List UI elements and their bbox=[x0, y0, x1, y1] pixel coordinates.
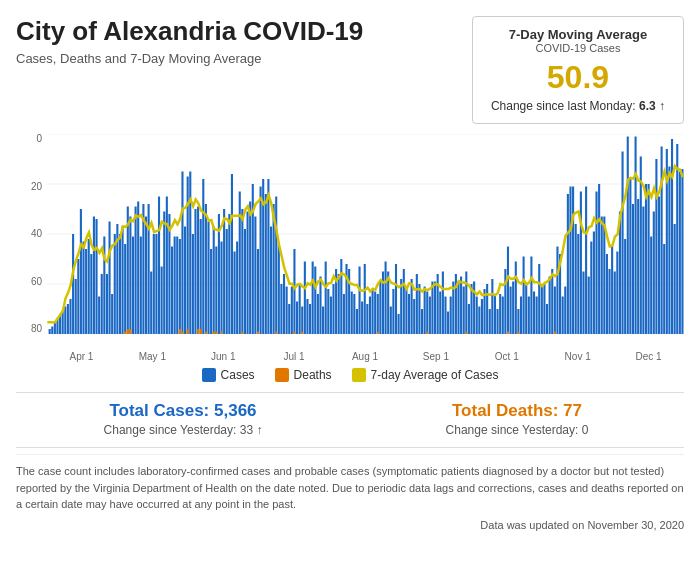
y-label-20: 20 bbox=[31, 182, 42, 192]
y-label-40: 40 bbox=[31, 229, 42, 239]
deaths-swatch bbox=[275, 368, 289, 382]
title-block: City of Alexandria COVID-19 Cases, Death… bbox=[16, 16, 363, 66]
footnote: The case count includes laboratory-confi… bbox=[16, 454, 684, 513]
page-title: City of Alexandria COVID-19 bbox=[16, 16, 363, 47]
moving-avg-box: 7-Day Moving Average COVID-19 Cases 50.9… bbox=[472, 16, 684, 124]
header-row: City of Alexandria COVID-19 Cases, Death… bbox=[16, 16, 684, 124]
x-axis: Apr 1 May 1 Jun 1 Jul 1 Aug 1 Sep 1 Oct … bbox=[46, 336, 684, 364]
x-label-dec: Dec 1 bbox=[613, 351, 684, 362]
deaths-change: Change since Yesterday: 0 bbox=[350, 423, 684, 437]
avg-label: 7-day Average of Cases bbox=[371, 368, 499, 382]
update-date: Data was updated on November 30, 2020 bbox=[16, 519, 684, 531]
y-label-0: 0 bbox=[36, 134, 42, 144]
page-subtitle: Cases, Deaths and 7-Day Moving Average bbox=[16, 51, 363, 66]
cases-change: Change since Yesterday: 33 ↑ bbox=[16, 423, 350, 437]
cases-label: Cases bbox=[221, 368, 255, 382]
total-cases: Total Cases: 5,366 bbox=[16, 401, 350, 421]
legend-cases: Cases bbox=[202, 368, 255, 382]
divider-2 bbox=[16, 447, 684, 448]
x-label-apr: Apr 1 bbox=[46, 351, 117, 362]
cases-stat-block: Total Cases: 5,366 Change since Yesterda… bbox=[16, 401, 350, 437]
chart-canvas-container bbox=[46, 134, 684, 334]
moving-avg-value: 50.9 bbox=[491, 60, 665, 95]
x-label-may: May 1 bbox=[117, 351, 188, 362]
cases-swatch bbox=[202, 368, 216, 382]
deaths-label: Deaths bbox=[294, 368, 332, 382]
y-axis: 80 60 40 20 0 bbox=[16, 134, 46, 334]
chart-legend: Cases Deaths 7-day Average of Cases bbox=[16, 368, 684, 382]
y-label-80: 80 bbox=[31, 324, 42, 334]
x-label-aug: Aug 1 bbox=[330, 351, 401, 362]
legend-deaths: Deaths bbox=[275, 368, 332, 382]
chart-area: 80 60 40 20 0 Apr 1 May 1 Jun 1 Jul 1 Au… bbox=[16, 134, 684, 364]
x-label-oct: Oct 1 bbox=[471, 351, 542, 362]
legend-avg: 7-day Average of Cases bbox=[352, 368, 499, 382]
up-arrow-icon: ↑ bbox=[659, 99, 665, 113]
x-label-sep: Sep 1 bbox=[400, 351, 471, 362]
x-label-jul: Jul 1 bbox=[259, 351, 330, 362]
y-label-60: 60 bbox=[31, 277, 42, 287]
box-subtitle: COVID-19 Cases bbox=[491, 42, 665, 54]
avg-swatch bbox=[352, 368, 366, 382]
box-title: 7-Day Moving Average bbox=[491, 27, 665, 42]
stats-row: Total Cases: 5,366 Change since Yesterda… bbox=[16, 401, 684, 437]
x-label-jun: Jun 1 bbox=[188, 351, 259, 362]
divider bbox=[16, 392, 684, 393]
total-deaths: Total Deaths: 77 bbox=[350, 401, 684, 421]
chart-canvas bbox=[46, 134, 684, 334]
deaths-stat-block: Total Deaths: 77 Change since Yesterday:… bbox=[350, 401, 684, 437]
moving-avg-change: Change since last Monday: 6.3 ↑ bbox=[491, 99, 665, 113]
x-label-nov: Nov 1 bbox=[542, 351, 613, 362]
